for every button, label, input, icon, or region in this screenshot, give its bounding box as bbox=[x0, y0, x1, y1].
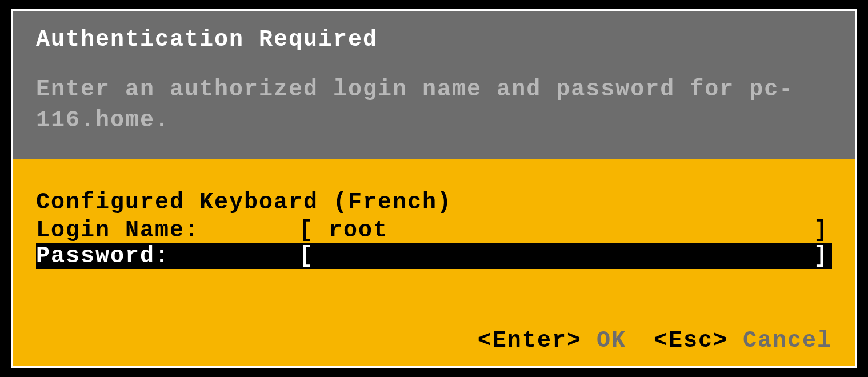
ok-key: <Enter> bbox=[478, 328, 582, 354]
bracket-open: [ bbox=[299, 243, 329, 269]
login-value[interactable]: root bbox=[329, 218, 814, 243]
bracket-close: ] bbox=[814, 218, 832, 243]
cancel-action[interactable]: <Esc> Cancel bbox=[654, 328, 832, 354]
bracket-close: ] bbox=[814, 243, 832, 269]
dialog-body: Configured Keyboard (French) Login Name:… bbox=[13, 159, 855, 366]
ok-action[interactable]: <Enter> OK bbox=[478, 328, 626, 354]
cancel-label: Cancel bbox=[743, 328, 832, 354]
login-row[interactable]: Login Name: [ root ] bbox=[36, 218, 832, 243]
dialog-header: Authentication Required Enter an authori… bbox=[13, 11, 855, 159]
password-row[interactable]: Password: [ ] bbox=[36, 243, 832, 269]
bracket-open: [ bbox=[299, 218, 329, 243]
login-label: Login Name: bbox=[36, 218, 299, 243]
dialog-footer: <Enter> OK <Esc> Cancel bbox=[36, 311, 832, 354]
keyboard-info: Configured Keyboard (French) bbox=[36, 190, 832, 215]
ok-label: OK bbox=[597, 328, 626, 354]
cancel-key: <Esc> bbox=[654, 328, 728, 354]
screen: Authentication Required Enter an authori… bbox=[0, 0, 868, 377]
dialog-title: Authentication Required bbox=[36, 27, 832, 53]
auth-dialog: Authentication Required Enter an authori… bbox=[11, 9, 857, 368]
dialog-subtitle: Enter an authorized login name and passw… bbox=[36, 74, 832, 136]
password-label: Password: bbox=[36, 243, 299, 269]
